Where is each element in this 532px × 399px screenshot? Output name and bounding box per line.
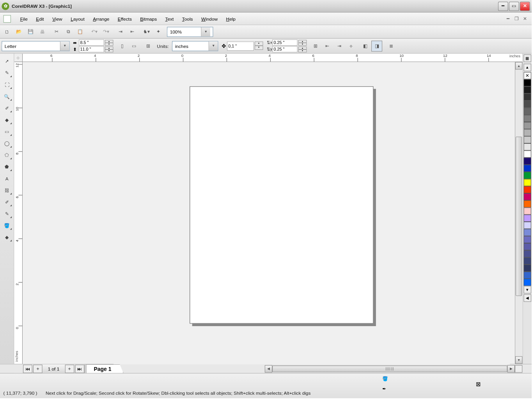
color-swatch[interactable] xyxy=(523,222,531,229)
zoom-input[interactable] xyxy=(167,29,201,34)
vertical-scrollbar[interactable]: ▲ ▼ xyxy=(515,62,522,364)
options-button[interactable]: ≣ xyxy=(386,41,397,51)
color-swatch[interactable] xyxy=(523,150,531,157)
fill-indicator-icon[interactable]: 🪣 xyxy=(382,376,391,385)
treat-as-filled-button[interactable]: ◧ xyxy=(360,41,371,51)
page-width-input[interactable] xyxy=(79,39,104,46)
vscroll-up-button[interactable]: ▲ xyxy=(515,62,522,69)
menu-window[interactable]: Window xyxy=(197,15,222,22)
ruler-origin[interactable]: ⊹ xyxy=(14,54,23,62)
snap-to-grid-button[interactable]: ⊞ xyxy=(310,41,321,51)
color-swatch[interactable] xyxy=(523,272,531,279)
hscroll-right-button[interactable]: ▶ xyxy=(507,365,515,372)
paste-button[interactable]: 📋 xyxy=(74,26,85,37)
color-swatch[interactable] xyxy=(523,115,531,122)
nudge-spinner[interactable]: ▴▾ xyxy=(255,41,263,51)
color-swatch[interactable] xyxy=(523,165,531,172)
rectangle-tool[interactable]: ▭ xyxy=(2,127,12,137)
export-button[interactable]: ⇤ xyxy=(127,26,138,37)
mdi-minimize-button[interactable]: ━ xyxy=(505,16,511,21)
page-size-input[interactable] xyxy=(2,43,60,48)
color-swatch[interactable] xyxy=(523,193,531,200)
width-spinner[interactable]: ▴▾ xyxy=(105,40,113,46)
color-swatch[interactable] xyxy=(523,79,531,86)
maximize-button[interactable]: ▭ xyxy=(509,2,519,11)
portrait-button[interactable]: ▯ xyxy=(117,41,128,51)
draw-complex-button[interactable]: ◨ xyxy=(371,41,382,51)
nudge-input[interactable] xyxy=(227,41,254,51)
fill-tool[interactable]: 🪣 xyxy=(2,221,12,231)
color-swatch[interactable] xyxy=(523,179,531,186)
shape-tool[interactable]: ✎ xyxy=(2,68,12,78)
snap-to-objects-button[interactable]: ⇥ xyxy=(333,41,344,51)
color-swatch[interactable] xyxy=(523,129,531,136)
color-swatch[interactable] xyxy=(523,143,531,150)
print-button[interactable]: 🖶 xyxy=(37,26,48,37)
smart-fill-tool[interactable]: ◆ xyxy=(2,115,12,125)
color-swatch[interactable] xyxy=(523,122,531,129)
color-swatch[interactable] xyxy=(523,243,531,250)
snap-to-guidelines-button[interactable]: ⇤ xyxy=(322,41,333,51)
dup-y-spinner[interactable]: ▴▾ xyxy=(298,46,307,52)
hscroll-thumb[interactable] xyxy=(272,365,507,372)
cut-button[interactable]: ✂ xyxy=(51,26,62,37)
page-layout-button[interactable]: ⊞ xyxy=(143,41,154,51)
mdi-close-button[interactable]: ✕ xyxy=(521,16,528,21)
polygon-tool[interactable]: ⬠ xyxy=(2,150,12,160)
landscape-button[interactable]: ▭ xyxy=(128,41,139,51)
color-swatch[interactable] xyxy=(523,250,531,257)
corel-online-button[interactable]: ✦ xyxy=(153,26,164,37)
units-input[interactable] xyxy=(172,43,209,48)
vscroll-thumb[interactable] xyxy=(516,137,522,296)
add-page-before-button[interactable]: ＋ xyxy=(33,364,43,373)
minimize-button[interactable]: ━ xyxy=(498,2,508,11)
palette-options-button[interactable]: ▦ xyxy=(523,55,531,62)
mdi-restore-button[interactable]: ❐ xyxy=(513,16,520,21)
hscroll-left-button[interactable]: ◀ xyxy=(265,365,272,372)
color-swatch[interactable] xyxy=(523,94,531,101)
redo-button[interactable]: ↷▾ xyxy=(101,26,112,37)
text-tool[interactable]: A xyxy=(2,173,12,184)
menu-arrange[interactable]: Arrange xyxy=(89,15,113,22)
color-swatch[interactable] xyxy=(523,265,531,272)
menu-tools[interactable]: Tools xyxy=(178,15,197,22)
palette-scroll-down-button[interactable]: ▼ xyxy=(523,286,531,293)
first-page-button[interactable]: ⏮ xyxy=(23,364,32,373)
menu-edit[interactable]: Edit xyxy=(32,15,48,22)
hscroll-end-button[interactable] xyxy=(515,365,522,372)
page-height-input[interactable] xyxy=(79,46,104,52)
open-button[interactable]: 📂 xyxy=(13,26,24,37)
eyedropper-tool[interactable]: ✐ xyxy=(2,197,12,207)
import-button[interactable]: ⇥ xyxy=(115,26,126,37)
units-combo[interactable]: ▼ xyxy=(172,41,218,51)
drawing-surface[interactable] xyxy=(23,62,522,364)
menu-bitmaps[interactable]: Bitmaps xyxy=(136,15,161,22)
page-size-dropdown-button[interactable]: ▼ xyxy=(60,41,69,51)
color-swatch[interactable] xyxy=(523,200,531,207)
height-spinner[interactable]: ▴▾ xyxy=(105,46,113,52)
menu-help[interactable]: Help xyxy=(222,15,240,22)
color-swatch[interactable] xyxy=(523,258,531,265)
menu-text[interactable]: Text xyxy=(161,15,178,22)
close-button[interactable]: ✕ xyxy=(520,2,530,11)
add-page-after-button[interactable]: ＋ xyxy=(65,364,74,373)
zoom-dropdown-button[interactable]: ▼ xyxy=(201,27,210,36)
color-swatch[interactable] xyxy=(523,136,531,143)
zoom-tool[interactable]: 🔍 xyxy=(2,92,12,102)
color-swatch[interactable] xyxy=(523,208,531,215)
color-swatch[interactable] xyxy=(523,186,531,193)
save-button[interactable]: 💾 xyxy=(25,26,36,37)
color-swatch[interactable] xyxy=(523,236,531,243)
color-swatch[interactable] xyxy=(523,158,531,165)
color-swatch[interactable] xyxy=(523,101,531,108)
horizontal-scrollbar[interactable]: ◀ ▶ xyxy=(124,364,523,373)
new-button[interactable]: 🗋 xyxy=(2,26,12,37)
dynamic-guides-button[interactable]: ⟡ xyxy=(346,41,356,51)
last-page-button[interactable]: ⏭ xyxy=(75,364,84,373)
interactive-blend-tool[interactable]: ⛓ xyxy=(2,185,12,196)
units-dropdown-button[interactable]: ▼ xyxy=(209,41,218,51)
dup-x-spinner[interactable]: ▴▾ xyxy=(298,40,307,46)
no-color-swatch[interactable] xyxy=(523,72,531,79)
crop-tool[interactable]: ⛶ xyxy=(2,79,12,90)
color-swatch[interactable] xyxy=(523,87,531,94)
